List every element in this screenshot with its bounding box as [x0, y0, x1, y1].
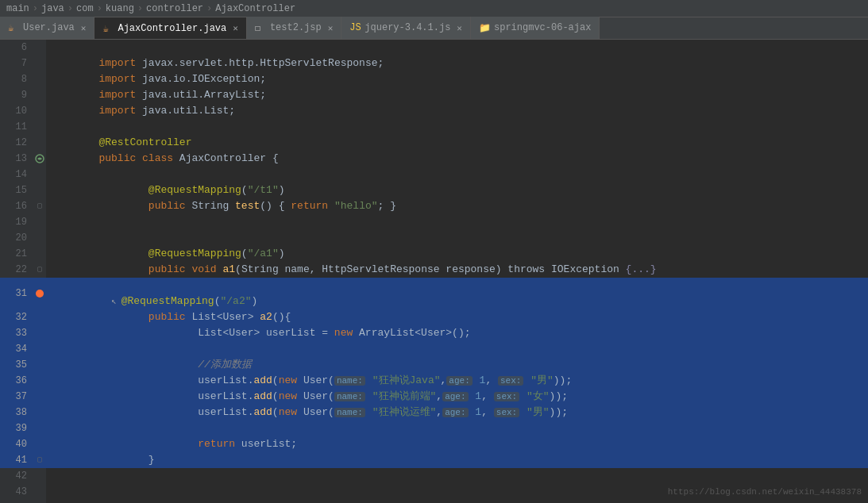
breadcrumb-kuang[interactable]: kuang: [106, 3, 134, 14]
code-line-36: 36 userList.add(new User(name: "狂神说Java"…: [0, 373, 868, 389]
breadcrumb-main[interactable]: main: [6, 3, 29, 14]
breadcrumb-com[interactable]: com: [76, 3, 94, 14]
code-line-6: 6: [0, 40, 868, 56]
java-file-icon: ☕: [8, 22, 19, 33]
code-line-42: 42: [0, 468, 868, 484]
code-line-13: 13 public class AjaxController {: [0, 151, 868, 167]
code-line-12: 12 @RestController: [0, 135, 868, 151]
code-line-37: 37 userList.add(new User(name: "狂神说前端",a…: [0, 389, 868, 405]
tab-label: AjaxController.java: [118, 23, 226, 34]
editor-container: 6 7 import javax.servlet.http.HttpServle…: [0, 40, 868, 503]
tab-label: jquery-3.4.1.js: [365, 22, 450, 33]
code-line-11: 11: [0, 119, 868, 135]
code-line-8: 8 import java.io.IOException;: [0, 71, 868, 87]
breadcrumb-ajax-controller[interactable]: AjaxController: [215, 3, 295, 14]
code-line-10: 10 import java.util.List;: [0, 103, 868, 119]
code-line-32: 32 public List<User> a2(){: [0, 309, 868, 325]
js-file-icon: JS: [349, 22, 361, 33]
code-line-34: 34: [0, 341, 868, 357]
tab-user-java[interactable]: ☕ User.java ✕: [0, 17, 95, 39]
project-icon: 📁: [479, 22, 490, 33]
breadcrumb-controller[interactable]: controller: [146, 3, 203, 14]
spring-icon: [34, 153, 45, 164]
code-line-14: 14: [0, 167, 868, 182]
code-line-39: 39: [0, 420, 868, 436]
code-line-20: 20: [0, 230, 868, 246]
tab-test2-jsp[interactable]: ◻ test2.jsp ✕: [247, 17, 341, 39]
close-tab-icon[interactable]: ✕: [233, 23, 238, 33]
close-tab-icon[interactable]: ✕: [328, 23, 334, 33]
code-line-33: 33 List<User> userList = new ArrayList<U…: [0, 325, 868, 341]
code-line-40: 40 return userList;: [0, 436, 868, 452]
code-line-35: 35 //添加数据: [0, 357, 868, 373]
tab-jquery-js[interactable]: JS jquery-3.4.1.js ✕: [341, 17, 471, 39]
java-file-icon: ☕: [102, 23, 114, 34]
code-line-7: 7 import javax.servlet.http.HttpServletR…: [0, 56, 868, 71]
tab-label: User.java: [23, 22, 75, 33]
fold-icon-41[interactable]: ▢: [37, 452, 42, 468]
tab-springmvc-ajax[interactable]: 📁 springmvc-06-ajax: [471, 17, 600, 39]
code-line-43: 43: [0, 484, 868, 500]
tab-bar: ☕ User.java ✕ ☕ AjaxController.java ✕ ◻ …: [0, 17, 868, 40]
code-lines: 6 7 import javax.servlet.http.HttpServle…: [0, 40, 868, 503]
breadcrumb: main › java › com › kuang › controller ›…: [0, 0, 868, 17]
close-tab-icon[interactable]: ✕: [81, 23, 87, 33]
breakpoint-31: [36, 290, 44, 298]
code-line-9: 9 import java.util.ArrayList;: [0, 87, 868, 103]
code-line-41: 41 ▢ }: [0, 452, 868, 468]
tab-ajax-controller-java[interactable]: ☕ AjaxController.java ✕: [95, 17, 246, 39]
code-line-38: 38 userList.add(new User(name: "狂神说运维",a…: [0, 405, 868, 420]
fold-icon-22[interactable]: ▢: [37, 262, 42, 278]
jsp-file-icon: ◻: [255, 22, 266, 33]
tab-label: springmvc-06-ajax: [494, 22, 591, 33]
breadcrumb-java[interactable]: java: [41, 3, 64, 14]
code-line-21: 21 @RequestMapping("/a1"): [0, 246, 868, 262]
fold-icon[interactable]: ▢: [37, 198, 42, 214]
code-line-22: 22 ▢ public void a1(String name, HttpSer…: [0, 262, 868, 278]
close-tab-icon[interactable]: ✕: [457, 23, 462, 33]
code-line-19: 19: [0, 214, 868, 230]
code-line-44: 44 }: [0, 500, 868, 503]
tab-label: test2.jsp: [270, 22, 322, 33]
code-line-16: 16 ▢ public String test() { return "hell…: [0, 198, 868, 214]
code-editor[interactable]: 6 7 import javax.servlet.http.HttpServle…: [0, 40, 868, 503]
code-line-15: 15 @RequestMapping("/t1"): [0, 182, 868, 198]
code-line-31: 31 ↖@RequestMapping("/a2"): [0, 278, 868, 309]
